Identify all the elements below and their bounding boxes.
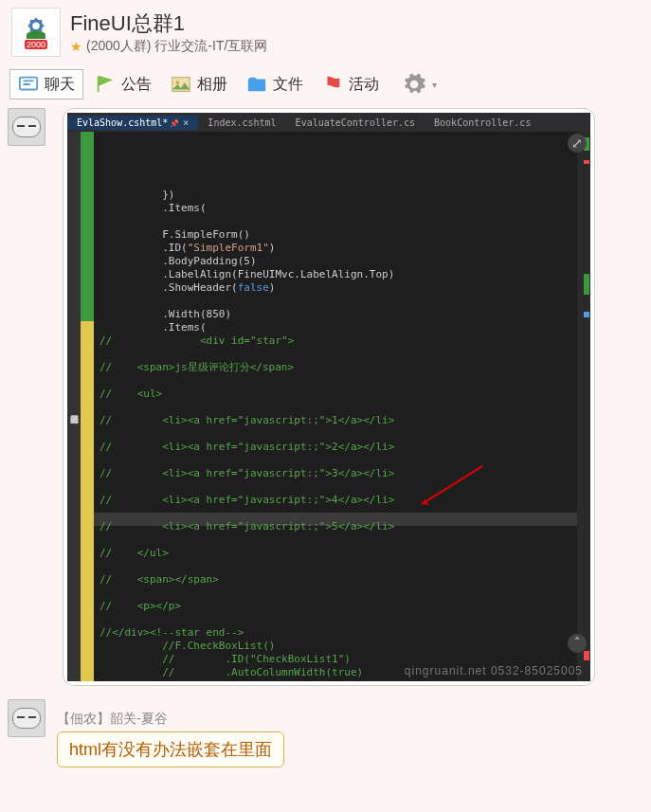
code-line	[99, 374, 571, 388]
code-line	[99, 533, 571, 547]
avatar[interactable]	[8, 699, 45, 737]
code-line: .Items(	[99, 321, 571, 334]
flag-icon	[95, 74, 116, 95]
code-screenshot-bubble: EvlaShow.cshtml*📌×Index.cshtmlEvaluateCo…	[63, 108, 595, 686]
code-line: F.SimpleForm()	[99, 228, 571, 242]
code-line	[99, 348, 571, 361]
photo-icon	[171, 74, 191, 95]
code-line: // <p></p>	[99, 600, 571, 613]
minimap	[577, 132, 590, 681]
tab-files[interactable]: 文件	[239, 70, 311, 99]
code-line: // </ul>	[99, 547, 571, 560]
code-line	[99, 454, 571, 467]
code-line	[99, 295, 571, 308]
group-subtitle: ★(2000人群) 行业交流-IT/互联网	[70, 38, 267, 55]
expand-button[interactable]: ⤢	[568, 134, 587, 153]
editor-left-strip: 服务器资源管理器	[67, 132, 81, 681]
sender-name: 【佃农】韶关-夏谷	[57, 711, 643, 728]
editor-tabs: EvlaShow.cshtml*📌×Index.cshtmlEvaluateCo…	[67, 113, 590, 132]
code-line	[99, 560, 571, 573]
tab-announce[interactable]: 公告	[87, 70, 159, 99]
code-line: // <li><a href="javascript:;">1</a></li>	[99, 414, 571, 427]
change-gutter	[81, 132, 94, 681]
code-line	[99, 613, 571, 626]
code-line: .ID("SimpleForm1")	[99, 242, 571, 255]
code-line: .Items(	[99, 202, 571, 215]
red-flag-icon	[322, 74, 343, 95]
toolbar: 聊天 公告 相册 文件 活动 ▾	[0, 64, 651, 104]
code-line: //F.CheckBoxList()	[99, 640, 571, 653]
scroll-up-button[interactable]: ˆ	[568, 634, 587, 653]
logo-year: 2000	[25, 40, 47, 49]
tab-chat[interactable]: 聊天	[9, 69, 83, 99]
editor-tab[interactable]: BookController.cs	[425, 116, 540, 130]
code-line: // <ul>	[99, 388, 571, 401]
code-area: }) .Items( F.SimpleForm() .ID("SimpleFor…	[94, 132, 577, 681]
code-line: // <span></span>	[99, 573, 571, 586]
code-line: .Width(850)	[99, 308, 571, 321]
code-line: // <li><a href="javascript:;">5</a></li>	[99, 520, 571, 533]
avatar[interactable]	[8, 108, 45, 146]
code-line	[99, 215, 571, 228]
code-line: // <li><a href="javascript:;">3</a></li>	[99, 467, 571, 480]
code-line: // <span>js星级评论打分</span>	[99, 361, 571, 374]
tab-album[interactable]: 相册	[163, 70, 235, 99]
folder-icon	[246, 74, 267, 95]
code-line: // <div id="star">	[99, 334, 571, 348]
chat-icon	[18, 74, 39, 95]
svg-point-0	[32, 23, 40, 30]
code-line: })	[99, 189, 571, 202]
code-line	[99, 427, 571, 441]
code-line	[99, 586, 571, 600]
tab-activity[interactable]: 活动	[315, 70, 387, 99]
editor-tab[interactable]: EvaluateController.cs	[286, 116, 425, 130]
code-line	[99, 507, 571, 520]
code-line: //</div><!--star end-->	[99, 626, 571, 640]
chevron-down-icon: ▾	[432, 80, 437, 90]
svg-point-3	[176, 81, 180, 84]
editor-screenshot: EvlaShow.cshtml*📌×Index.cshtmlEvaluateCo…	[67, 113, 590, 681]
editor-tab[interactable]: Index.cshtml	[198, 116, 285, 130]
gear-icon	[402, 72, 426, 97]
code-line	[99, 480, 571, 494]
code-line: .ShowHeader(false)	[99, 281, 571, 295]
code-line: .BodyPadding(5)	[99, 255, 571, 268]
group-title: FineUI总群1	[70, 9, 267, 38]
group-avatar[interactable]: 2000	[11, 8, 61, 57]
watermark: qingruanit.net 0532-85025005	[405, 664, 583, 677]
settings-button[interactable]: ▾	[394, 68, 444, 100]
editor-tab[interactable]: EvlaShow.cshtml*📌×	[67, 116, 198, 130]
code-line: .LabelAlign(FineUIMvc.LabelAlign.Top)	[99, 268, 571, 281]
svg-rect-1	[20, 78, 37, 90]
code-line	[99, 401, 571, 414]
code-line: // <li><a href="javascript:;">2</a></li>	[99, 441, 571, 454]
star-icon: ★	[70, 39, 82, 54]
code-line: // <li><a href="javascript:;">4</a></li>	[99, 494, 571, 507]
code-line: // .Items(	[99, 679, 571, 681]
message-bubble: html有没有办法嵌套在里面	[57, 731, 284, 767]
